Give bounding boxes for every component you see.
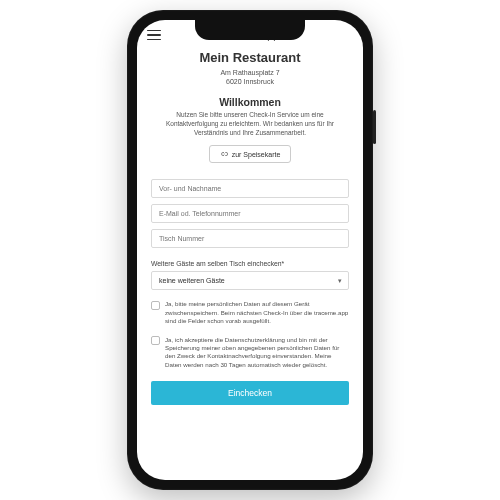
content: Mein Restaurant Am Rathausplatz 7 6020 I… — [137, 46, 363, 480]
consent-privacy-row: Ja, ich akzeptiere die Datenschutzerklär… — [151, 336, 349, 369]
address-line1: Am Rathausplatz 7 — [151, 68, 349, 77]
notch — [195, 20, 305, 40]
restaurant-name: Mein Restaurant — [151, 50, 349, 65]
hamburger-icon[interactable] — [147, 30, 161, 40]
screen: traceme.app Mein Restaurant Am Rathauspl… — [137, 20, 363, 480]
address-line2: 6020 Innsbruck — [151, 77, 349, 86]
guests-select-wrap: keine weiteren Gäste ▾ — [151, 271, 349, 290]
menu-button[interactable]: zur Speisekarte — [209, 145, 292, 163]
guests-select[interactable]: keine weiteren Gäste — [151, 271, 349, 290]
guests-label: Weitere Gäste am selben Tisch einchecken… — [151, 260, 349, 267]
consent-privacy-text: Ja, ich akzeptiere die Datenschutzerklär… — [165, 336, 349, 369]
consent-save-row: Ja, bitte meine persönlichen Daten auf d… — [151, 300, 349, 325]
menu-button-label: zur Speisekarte — [232, 151, 281, 158]
link-icon — [220, 150, 228, 158]
submit-button[interactable]: Einchecken — [151, 381, 349, 405]
welcome-title: Willkommen — [151, 96, 349, 108]
table-input[interactable] — [151, 229, 349, 248]
welcome-text: Nutzen Sie bitte unseren Check-In Servic… — [151, 111, 349, 137]
contact-input[interactable] — [151, 204, 349, 223]
restaurant-address: Am Rathausplatz 7 6020 Innsbruck — [151, 68, 349, 86]
consent-save-checkbox[interactable] — [151, 301, 160, 310]
consent-privacy-checkbox[interactable] — [151, 336, 160, 345]
phone-frame: traceme.app Mein Restaurant Am Rathauspl… — [127, 10, 373, 490]
checkin-form: Weitere Gäste am selben Tisch einchecken… — [151, 179, 349, 405]
consent-save-text: Ja, bitte meine persönlichen Daten auf d… — [165, 300, 349, 325]
name-input[interactable] — [151, 179, 349, 198]
